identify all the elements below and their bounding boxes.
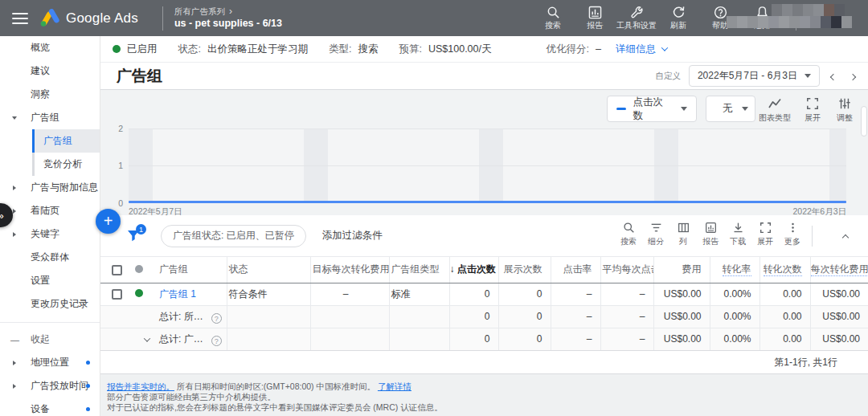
total-ctr: –: [551, 305, 600, 328]
col-header-target-cpa[interactable]: 目标每次转化费用: [310, 257, 389, 283]
help-icon[interactable]: ?: [211, 313, 222, 324]
help-icon[interactable]: ?: [211, 336, 222, 346]
col-header-conversions[interactable]: 转化次数: [760, 257, 810, 283]
breadcrumb[interactable]: 所有广告系列 › us - pet supplies - 6/13: [174, 6, 282, 31]
topbar-reports-button[interactable]: 报告: [574, 0, 616, 36]
table-report-button[interactable]: 报告: [697, 222, 724, 247]
col-header-avg-cpc[interactable]: 平均每次点击费用: [600, 257, 653, 283]
sidebar-item-devices[interactable]: 设备: [0, 398, 100, 416]
col-header-ctr[interactable]: 点击率: [551, 257, 600, 283]
sidebar-item-locations[interactable]: 地理位置: [0, 351, 100, 374]
topbar-refresh-button[interactable]: 刷新: [657, 0, 699, 36]
tune-icon: [838, 97, 851, 110]
sidebar-item-auction-insights[interactable]: 竞价分析: [35, 153, 100, 176]
row-checkbox[interactable]: [112, 289, 122, 300]
sidebar-item-landing-pages[interactable]: 着陆页: [0, 199, 100, 222]
total-avg-cpc: –: [600, 328, 653, 350]
filter-chip[interactable]: 广告组状态: 已启用、已暂停: [161, 225, 306, 247]
status-dot-header: [130, 257, 158, 283]
date-range-picker[interactable]: 2022年5月7日 - 6月3日: [689, 65, 820, 87]
chevron-right-icon: [13, 209, 16, 214]
empty-cell: [100, 305, 130, 328]
row-ctr: –: [551, 283, 600, 305]
y-axis-tick: 0: [107, 198, 123, 208]
row-status-cell: [130, 283, 158, 305]
sidebar-item-change-history[interactable]: 更改历史记录: [0, 292, 100, 316]
col-header-impressions[interactable]: 展示次数: [498, 257, 551, 283]
reports-not-realtime-link[interactable]: 报告并非实时的。: [107, 381, 174, 391]
chevron-down-icon[interactable]: [144, 335, 150, 341]
search-icon: [623, 222, 635, 234]
total-cost: US$0.00: [653, 328, 710, 350]
chevron-right-icon: [850, 73, 856, 80]
add-filter-button[interactable]: 添加过滤条件: [322, 229, 383, 243]
learn-more-link[interactable]: 了解详情: [378, 381, 411, 391]
col-header-ad-group-type[interactable]: 广告组类型: [389, 257, 449, 283]
account-info-redacted[interactable]: [760, 4, 865, 31]
col-header-clicks-sorted[interactable]: ↓ 点击次数: [449, 257, 498, 283]
topbar-tools-settings-button[interactable]: 工具和设置: [616, 0, 657, 36]
sidebar-item-keywords[interactable]: 关键字: [0, 222, 100, 246]
sidebar-item-overview[interactable]: 概览: [0, 36, 100, 59]
table-toolbar: 1 广告组状态: 已启用、已暂停 添加过滤条件 搜索 细分: [100, 215, 868, 257]
secondary-metric-dropdown[interactable]: 无: [706, 96, 755, 122]
sidebar-item-ad-groups[interactable]: 广告组: [35, 129, 100, 153]
topbar: Google Ads 所有广告系列 › us - pet supplies - …: [0, 0, 868, 36]
chart-type-button[interactable]: 图表类型: [756, 97, 793, 124]
row-clicks: 0: [449, 283, 498, 305]
pagination-label: 第1-1行, 共1行: [774, 356, 837, 369]
table-more-button[interactable]: 更多: [779, 222, 806, 247]
ad-group-link[interactable]: 广告组 1: [159, 288, 196, 300]
sidebar-item-insights[interactable]: 洞察: [0, 83, 100, 106]
empty-cell: [227, 305, 310, 328]
col-header-ad-group[interactable]: 广告组: [158, 257, 227, 283]
col-header-status[interactable]: 状态: [227, 257, 310, 283]
date-prev-button[interactable]: [828, 67, 839, 85]
sidebar-item-ads-extensions[interactable]: 广告与附加信息: [0, 176, 100, 199]
sidebar-item-ad-groups-parent[interactable]: 广告组: [0, 106, 100, 129]
select-all-checkbox[interactable]: [112, 265, 122, 275]
type-value: 搜索: [358, 43, 378, 56]
filter-count-badge: 1: [136, 224, 146, 235]
menu-icon[interactable]: [12, 13, 28, 24]
total-clicks: 0: [449, 305, 498, 328]
google-ads-logo[interactable]: Google Ads: [39, 9, 138, 28]
scrollbar-thumb[interactable]: [861, 106, 867, 137]
gridline-y1: [129, 165, 846, 166]
table-columns-button[interactable]: 列: [669, 222, 697, 247]
sidebar-item-audiences[interactable]: 受众群体: [0, 246, 100, 269]
sidebar-item-ad-schedule[interactable]: 广告投放时间: [0, 374, 100, 398]
chart-adjust-button[interactable]: 调整: [826, 97, 863, 124]
table-download-button[interactable]: 下载: [724, 222, 751, 247]
row-cost-per-conv: US$0.00: [810, 283, 868, 305]
breadcrumb-chevron-icon: ›: [229, 6, 232, 18]
budget-value[interactable]: US$100.00/天: [428, 43, 492, 56]
sidebar-item-collapse[interactable]: — 收起: [0, 328, 100, 351]
empty-cell: [389, 305, 449, 328]
table-segment-button[interactable]: 细分: [642, 222, 669, 247]
chart-plot-area[interactable]: [129, 128, 846, 203]
col-header-cost[interactable]: 费用: [653, 257, 710, 283]
double-chevron-right-icon: »: [0, 210, 4, 222]
col-header-conv-rate[interactable]: 转化率: [710, 257, 760, 283]
date-next-button[interactable]: [847, 67, 858, 85]
sidebar-item-recommendations[interactable]: 建议: [0, 59, 100, 83]
add-ad-group-button[interactable]: +: [96, 209, 121, 234]
topbar-search-button[interactable]: 搜索: [532, 0, 574, 36]
collapse-table-button[interactable]: [843, 231, 848, 243]
breadcrumb-root[interactable]: 所有广告系列: [174, 6, 225, 17]
table-search-button[interactable]: 搜索: [615, 222, 642, 247]
chevron-down-icon[interactable]: [661, 44, 668, 51]
page-title: 广告组: [117, 66, 162, 87]
details-link[interactable]: 详细信息: [616, 43, 656, 56]
col-header-cost-per-conv[interactable]: 每次转化费用: [810, 257, 868, 283]
chevron-right-icon: [13, 232, 16, 237]
optiscore-label: 优化得分:: [546, 43, 588, 56]
table-header-row: 广告组 状态 目标每次转化费用 广告组类型 ↓ 点击次数 展示次数 点击率 平均…: [100, 257, 868, 283]
status-value[interactable]: 出价策略正处于学习期: [207, 43, 308, 56]
empty-cell: [310, 328, 389, 350]
sidebar-item-settings[interactable]: 设置: [0, 269, 100, 292]
table-expand-button[interactable]: 展开: [751, 222, 779, 247]
filter-button[interactable]: 1: [127, 230, 140, 242]
primary-metric-dropdown[interactable]: 点击次数: [607, 96, 697, 122]
